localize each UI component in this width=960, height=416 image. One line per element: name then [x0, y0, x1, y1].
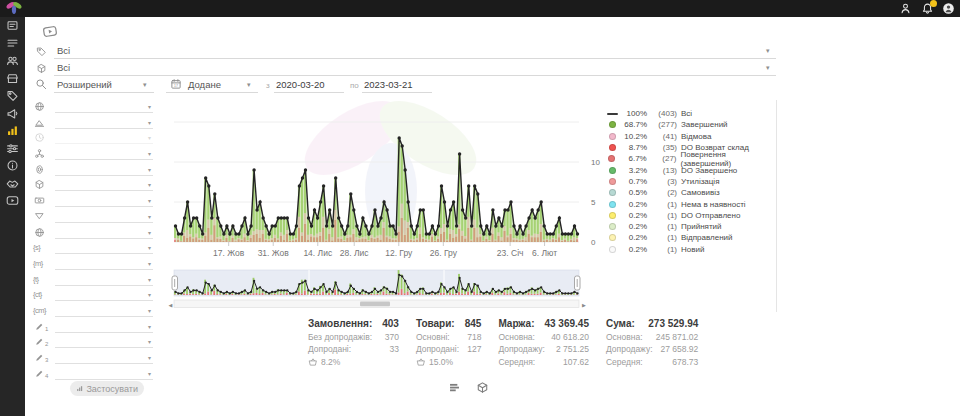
legend-count: (27) — [651, 154, 677, 163]
caret-down-icon: ▾ — [148, 244, 151, 251]
chart-scrollbar[interactable]: ◀▶ — [169, 300, 587, 308]
apply-button[interactable]: Застосувати — [70, 381, 144, 396]
geo-filter-select[interactable]: ▾ — [55, 99, 153, 113]
custom-field-4-filter-select[interactable]: ▾ — [55, 366, 153, 380]
basket-icon — [308, 357, 318, 367]
payment-filter-select[interactable]: ▾ — [55, 193, 153, 207]
stat-value: 845 — [465, 318, 482, 329]
legend-item[interactable]: 0.2%(1)Нема в наявності — [606, 198, 778, 209]
date-from-input[interactable]: 2020-03-20 — [276, 79, 325, 90]
product-caret-icon[interactable]: ▾ — [766, 64, 770, 72]
brush-handle-left[interactable] — [172, 276, 178, 290]
main-chart[interactable]: 051017. Жов31. Жов14. Лис28. Лис12. Гру2… — [168, 92, 608, 260]
scrollbar-thumb[interactable] — [360, 301, 390, 306]
legend-item[interactable]: 0.2%(1)Відправлений — [606, 232, 778, 243]
product-filter-underline — [54, 75, 776, 76]
network-filter-select[interactable]: ▾ — [55, 146, 153, 160]
caret-down-icon: ▾ — [148, 166, 151, 173]
stat-sub-value: 678.73 — [672, 357, 698, 367]
sidebar-item-info[interactable] — [0, 157, 25, 175]
utm-content-filter-token: {ct} — [33, 290, 42, 299]
sidebar-item-campaigns[interactable] — [0, 105, 25, 123]
legend-item[interactable]: 0.7%(3)Утилізація — [606, 176, 778, 187]
chart-brush[interactable]: ◀▶ — [168, 268, 608, 312]
brush-handle-right[interactable] — [575, 276, 581, 290]
custom-field-3-filter-select[interactable]: ▾ — [55, 350, 153, 364]
stat-sub-label: Середня: — [606, 357, 643, 367]
sidebar-item-video-tutorials[interactable] — [0, 192, 25, 210]
stat-sub-value: 40 618.20 — [551, 332, 589, 342]
stat-sub-label: Основна: — [498, 332, 535, 342]
svg-text:17: 17 — [174, 84, 178, 88]
utm-source-filter-select[interactable]: ▾ — [55, 240, 153, 254]
stat-title: Товари: — [416, 318, 455, 329]
main-sidebar — [0, 17, 25, 416]
search-mode-caret-icon[interactable]: ▾ — [143, 81, 147, 89]
sidebar-item-statistics[interactable] — [0, 122, 25, 140]
svg-text:12. Гру: 12. Гру — [385, 248, 413, 258]
utm-content-filter-select[interactable]: ▾ — [55, 287, 153, 301]
account-icon[interactable] — [899, 2, 912, 15]
category-caret-icon[interactable]: ▾ — [766, 47, 770, 55]
category-filter-value[interactable]: Всі — [57, 45, 70, 56]
legend-percent: 0.5% — [621, 188, 647, 197]
products-view-icon[interactable] — [476, 381, 489, 394]
funnel-filter-select[interactable]: ▾ — [55, 209, 153, 223]
caret-down-icon: ▾ — [148, 150, 151, 157]
product-filter-value[interactable]: Всі — [57, 62, 70, 73]
sidebar-item-tags[interactable] — [0, 87, 25, 105]
legend-item[interactable]: 0.2%(1)Новий — [606, 244, 778, 255]
legend-item[interactable]: 0.2%(1)Прийнятий — [606, 221, 778, 232]
caret-down-icon: ▾ — [148, 354, 151, 361]
chart-legend: 100%(403)Всі68.7%(277)Завершений10.2%(41… — [606, 108, 778, 255]
search-icon[interactable] — [35, 78, 47, 90]
sidebar-item-orders[interactable] — [0, 35, 25, 53]
sidebar-item-store[interactable] — [0, 70, 25, 88]
area-filter-select[interactable]: ▾ — [55, 115, 153, 129]
upsell-percent: 8.2% — [321, 357, 340, 367]
sidebar-item-dashboard[interactable] — [0, 17, 25, 35]
date-field-select[interactable]: Додане — [188, 79, 221, 90]
search-mode-select[interactable]: Розширений — [57, 79, 112, 90]
legend-item[interactable]: 68.7%(277)Завершений — [606, 119, 778, 130]
sidebar-item-customers[interactable] — [0, 52, 25, 70]
svg-text:23. Січ: 23. Січ — [497, 248, 524, 258]
legend-count: (1) — [651, 222, 677, 231]
product-filter-select[interactable]: ▾ — [55, 177, 153, 191]
legend-item[interactable]: 6.7%(27)Повернення (завершений) — [606, 153, 778, 164]
custom-field-2-filter-select[interactable]: ▾ — [55, 334, 153, 348]
video-help-icon[interactable] — [39, 23, 61, 41]
app-logo[interactable] — [5, 1, 23, 16]
custom-field-1-filter-select[interactable]: ▾ — [55, 319, 153, 333]
site-filter-select[interactable]: ▾ — [55, 225, 153, 239]
sidebar-item-partners[interactable] — [0, 175, 25, 193]
table-view-icon[interactable] — [448, 381, 461, 394]
stat-sub-value: 2 751.25 — [556, 344, 589, 354]
legend-count: (41) — [651, 132, 677, 141]
legend-item[interactable]: 0.5%(2)Самовивіз — [606, 187, 778, 198]
stat-title: Сума: — [606, 318, 635, 329]
legend-percent: 0.2% — [621, 222, 647, 231]
sidebar-item-settings[interactable] — [0, 140, 25, 158]
date-to-input[interactable]: 2023-03-21 — [364, 79, 413, 90]
date-field-caret-icon[interactable]: ▾ — [247, 81, 251, 89]
store-icon — [6, 72, 19, 85]
legend-item[interactable]: 10.2%(41)Відмова — [606, 131, 778, 142]
utm-term-filter-select[interactable]: ▾ — [55, 272, 153, 286]
scroll-left-icon: ◀ — [169, 302, 173, 308]
fingerprint-filter-select[interactable]: ▾ — [55, 162, 153, 176]
legend-label: Нема в наявності — [681, 200, 746, 209]
utm-campaign-filter-select[interactable]: ▾ — [55, 303, 153, 317]
utm-campaign-filter-token: {cm} — [33, 306, 46, 315]
stat-sub-value: 107.62 — [563, 357, 589, 367]
scroll-right-icon: ▶ — [582, 302, 586, 308]
legend-label: Утилізація — [681, 177, 719, 186]
legend-marker — [606, 113, 618, 115]
pencil-icon — [34, 321, 45, 332]
utm-medium-filter-select[interactable]: ▾ — [55, 256, 153, 270]
legend-count: (35) — [651, 143, 677, 152]
time-filter-select[interactable]: ▾ — [55, 130, 153, 144]
legend-item[interactable]: 100%(403)Всі — [606, 108, 778, 119]
avatar[interactable] — [942, 2, 955, 15]
legend-item[interactable]: 0.2%(1)DO Отправлено — [606, 210, 778, 221]
